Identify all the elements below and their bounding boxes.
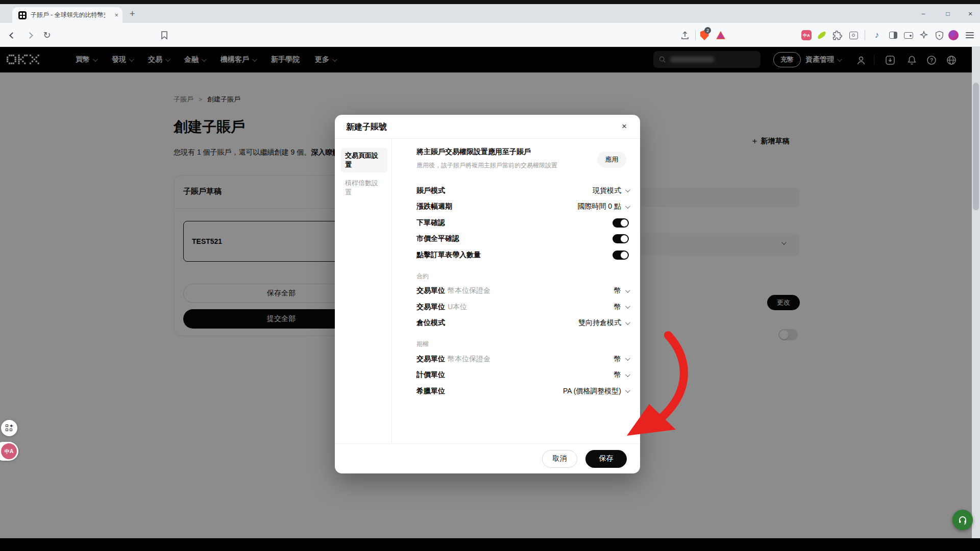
select-value: 國際時間 0 點 (577, 202, 621, 211)
forward-button[interactable] (23, 29, 36, 41)
select-value: 幣 (614, 286, 621, 295)
leo-ai-button[interactable] (918, 29, 930, 41)
setting-label: 漲跌幅週期 (416, 202, 452, 211)
sidebar-icon (889, 32, 897, 39)
back-icon (9, 32, 16, 39)
apply-permissions-block: 將主賬戶交易權限設置應用至子賬戶 應用後，該子賬戶將複用主賬戶當前的交易權限設置… (416, 147, 629, 170)
modal-tab-槓桿倍數設置[interactable]: 槓桿倍數設置 (341, 176, 387, 200)
chevron-down-icon (625, 356, 630, 361)
setting-label: 交易單位幣本位保證金 (416, 286, 491, 295)
shields-badge: 2 (704, 27, 711, 34)
okx-page: 買幣發現交易金融機構客戶新手學院更多 充幣 資產管理 ? (0, 47, 980, 551)
forward-icon (27, 32, 33, 39)
media-playlist-button[interactable]: ♪ (871, 29, 883, 41)
chevron-down-icon (625, 187, 630, 192)
chevron-down-icon (625, 304, 630, 309)
setting-select[interactable]: 幣 (614, 355, 629, 364)
section-label: 期權 (416, 331, 629, 351)
section-label: 合約 (416, 263, 629, 283)
screen: 子賬戶 - 全球領先的比特幣交易 × + – □ × ↻ okx.com/zh-… (0, 0, 980, 551)
setting-select[interactable]: 幣 (614, 286, 629, 295)
browser-menu-button[interactable] (964, 29, 976, 41)
select-value: 幣 (614, 370, 621, 380)
setting-select[interactable]: 現貨模式 (593, 186, 629, 195)
setting-label: 倉位模式 (416, 318, 445, 328)
setting-row: 點擊訂單表帶入數量 (416, 247, 629, 263)
wallet-button[interactable] (902, 29, 915, 41)
setting-select[interactable]: 幣 (614, 370, 629, 380)
save-button[interactable]: 保存 (585, 450, 627, 468)
modal-footer: 取消 保存 (335, 443, 640, 473)
sparkle-icon (919, 31, 928, 40)
toggle-switch-on[interactable] (612, 218, 629, 228)
setting-select[interactable]: PA (價格調整模型) (563, 387, 629, 396)
window-top-edge (0, 0, 980, 4)
setting-row: 市價全平確認 (416, 231, 629, 247)
apply-button[interactable]: 應用 (597, 152, 626, 168)
translate-extension-button[interactable]: 中A (800, 29, 813, 41)
screenshot-icon (849, 32, 858, 39)
new-tab-button[interactable]: + (130, 9, 135, 19)
scrollbar-thumb[interactable] (973, 83, 979, 210)
brave-rewards-button[interactable] (715, 29, 727, 41)
brave-shields-button[interactable]: 2 (698, 29, 710, 41)
select-value: 幣 (614, 303, 621, 312)
setting-row: 下單確認 (416, 215, 629, 231)
toggle-switch-on[interactable] (612, 251, 629, 260)
cancel-button[interactable]: 取消 (542, 450, 577, 468)
setting-row: 倉位模式雙向持倉模式 (416, 315, 629, 332)
profile-avatar (948, 30, 959, 40)
bookmark-panel-button[interactable] (158, 29, 170, 41)
tab-close-icon[interactable]: × (114, 11, 118, 19)
setting-select[interactable]: 雙向持倉模式 (578, 318, 629, 328)
bookmark-icon (160, 31, 168, 40)
toggle-switch-on[interactable] (612, 234, 629, 243)
modal-close-button[interactable]: × (619, 121, 630, 132)
window-maximize-button[interactable]: □ (939, 8, 957, 20)
select-value: 雙向持倉模式 (578, 318, 621, 328)
setting-label: 希臘單位 (416, 387, 445, 396)
select-value: 現貨模式 (593, 186, 621, 195)
setting-note: U本位 (448, 303, 467, 311)
quick-widget-button[interactable]: ✦ (1, 420, 17, 436)
setting-row: 計價單位幣 (416, 367, 629, 384)
modal-header: 新建子賬號 × (335, 115, 640, 139)
screenshot-tool-button[interactable] (847, 29, 860, 41)
extensions-button[interactable] (831, 29, 843, 41)
modal-tab-交易頁面設置[interactable]: 交易頁面設置 (341, 148, 387, 172)
back-button[interactable] (6, 29, 18, 41)
setting-label: 交易單位U本位 (416, 303, 467, 312)
grammar-extension-button[interactable] (816, 29, 828, 41)
modal-settings-rows: 賬戶模式現貨模式漲跌幅週期國際時間 0 點下單確認市價全平確認點擊訂單表帶入數量… (416, 183, 629, 399)
setting-row: 交易單位幣本位保證金幣 (416, 351, 629, 367)
window-close-button[interactable]: × (962, 8, 979, 20)
tab-title: 子賬戶 - 全球領先的比特幣交易 (31, 11, 105, 19)
toggle-knob (621, 252, 628, 259)
setting-row: 交易單位U本位幣 (416, 299, 629, 315)
setting-select[interactable]: 幣 (614, 303, 629, 312)
setting-label: 市價全平確認 (416, 234, 459, 243)
translate-widget[interactable]: 中A (0, 442, 18, 461)
sidebar-toggle-button[interactable] (887, 29, 899, 41)
profile-button[interactable] (947, 29, 960, 41)
browser-tab[interactable]: 子賬戶 - 全球領先的比特幣交易 × (12, 7, 122, 23)
share-button[interactable] (679, 29, 691, 41)
window-minimize-button[interactable]: – (915, 8, 932, 20)
apply-description: 應用後，該子賬戶將複用主賬戶當前的交易權限設置 (416, 161, 585, 170)
vpn-button[interactable] (933, 29, 945, 41)
chevron-down-icon (625, 204, 630, 209)
support-chat-button[interactable] (952, 510, 973, 530)
select-value: PA (價格調整模型) (563, 387, 621, 396)
grid-star-icon: ✦ (6, 424, 13, 432)
setting-label: 交易單位幣本位保證金 (416, 355, 491, 364)
toggle-knob (621, 219, 628, 227)
create-subaccount-modal: 新建子賬號 × 交易頁面設置槓桿倍數設置 將主賬戶交易權限設置應用至子賬戶 應用… (335, 115, 640, 473)
modal-sidebar: 交易頁面設置槓桿倍數設置 (335, 139, 392, 443)
reload-button[interactable]: ↻ (41, 29, 53, 41)
brave-rewards-icon (716, 31, 725, 39)
toggle-knob (621, 235, 628, 242)
setting-select[interactable]: 國際時間 0 點 (577, 202, 629, 211)
extensions-puzzle-icon (832, 31, 842, 40)
leaf-extension-icon (817, 31, 827, 39)
page-scrollbar[interactable] (972, 47, 980, 538)
